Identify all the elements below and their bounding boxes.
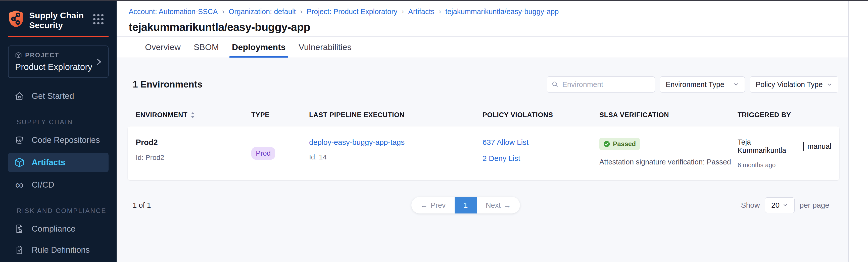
policy-violation-type-filter[interactable]: Policy Violation Type: [750, 77, 838, 92]
module-grid-icon[interactable]: [93, 14, 103, 24]
artifact-tabs: Overview SBOM Deployments Vulnerabilitie…: [117, 37, 848, 58]
environment-cell: Prod2 Id: Prod2: [136, 138, 251, 162]
sidebar-item-label: Compliance: [32, 224, 75, 234]
deployments-content: 1 Environments Environment Type: [117, 58, 848, 262]
per-page-label: per page: [800, 201, 829, 209]
artifacts-cube-icon: [14, 157, 25, 168]
sidebar-item-remediation-tracker[interactable]: Remediation Tracker: [0, 261, 117, 262]
breadcrumb-separator-icon: ›: [300, 8, 302, 16]
page-size-select[interactable]: 20: [765, 197, 795, 213]
environments-table-header: ENVIRONMENT TYPE LAST PIPELINE EXECUTION…: [128, 111, 839, 119]
environment-type-badge: Prod: [251, 147, 275, 160]
environment-type-filter[interactable]: Environment Type: [660, 77, 745, 92]
deny-list-link[interactable]: 2 Deny List: [483, 154, 520, 163]
column-header-type: TYPE: [251, 111, 309, 119]
page-size-value: 20: [771, 201, 779, 209]
type-cell: Prod: [251, 147, 309, 160]
main-panel: Account: Automation-SSCA › Organization:…: [117, 0, 849, 262]
chevron-down-icon: [733, 82, 739, 87]
trigger-time: 6 months ago: [738, 162, 831, 169]
sidebar-item-cicd[interactable]: ∞ CI/CD: [0, 174, 117, 195]
sidebar-item-compliance[interactable]: Compliance: [0, 218, 117, 239]
environment-search-input[interactable]: [562, 81, 650, 89]
breadcrumb-project[interactable]: Project: Product Exploratory: [307, 7, 397, 16]
environment-name: Prod2: [136, 138, 251, 147]
nav-section-supply-chain: SUPPLY CHAIN: [0, 118, 117, 126]
column-header-policy-violations: POLICY VIOLATIONS: [483, 111, 599, 119]
sidebar-item-artifacts[interactable]: Artifacts: [8, 153, 108, 172]
prev-page-button[interactable]: ← Prev: [411, 197, 455, 213]
environment-search[interactable]: [547, 77, 655, 92]
home-icon: [14, 91, 25, 101]
sidebar-item-label: Rule Definitions: [32, 245, 90, 255]
page-summary: 1 of 1: [133, 201, 151, 209]
environment-id: Id: Prod2: [136, 154, 251, 162]
sidebar-nav: Get Started SUPPLY CHAIN Code Repositori…: [0, 86, 117, 262]
compliance-document-icon: [14, 224, 25, 234]
sidebar-item-rule-definitions[interactable]: Rule Definitions: [0, 239, 117, 261]
window-top-strip: [0, 0, 868, 1]
current-page-button[interactable]: 1: [455, 197, 477, 213]
right-gutter: [849, 0, 868, 262]
column-header-environment[interactable]: ENVIRONMENT: [136, 111, 251, 119]
column-header-last-pipeline-execution: LAST PIPELINE EXECUTION: [309, 111, 483, 119]
pipeline-execution-id: Id: 14: [309, 153, 483, 161]
tab-deployments[interactable]: Deployments: [231, 37, 287, 58]
pipeline-cell: deploy-easy-buggy-app-tags Id: 14: [309, 138, 483, 161]
app-root: Supply Chain Security PROJECT Product Ex…: [0, 0, 868, 262]
app-title: Supply Chain Security: [29, 10, 84, 30]
policy-violation-type-filter-label: Policy Violation Type: [756, 81, 823, 89]
breadcrumb-current-artifact[interactable]: tejakummarikuntla/easy-buggy-app: [445, 7, 559, 16]
app-logo-row: Supply Chain Security: [0, 0, 117, 30]
chevron-down-icon: [782, 202, 788, 208]
sort-icon: [190, 112, 195, 119]
breadcrumb: Account: Automation-SSCA › Organization:…: [129, 7, 838, 16]
breadcrumb-account[interactable]: Account: Automation-SSCA: [129, 7, 218, 16]
environments-toolbar: 1 Environments Environment Type: [133, 77, 838, 92]
next-page-button[interactable]: Next →: [477, 197, 520, 213]
clipboard-check-icon: [14, 245, 25, 255]
cube-icon: [15, 52, 22, 59]
chevron-right-icon: [96, 58, 102, 66]
sidebar-item-get-started[interactable]: Get Started: [0, 86, 117, 107]
allow-list-link[interactable]: 637 Allow List: [483, 138, 528, 147]
pipeline-execution-link[interactable]: deploy-easy-buggy-app-tags: [309, 138, 405, 147]
sidebar: Supply Chain Security PROJECT Product Ex…: [0, 0, 117, 262]
breadcrumb-artifacts[interactable]: Artifacts: [408, 7, 434, 16]
project-label: PROJECT: [25, 52, 59, 59]
sidebar-item-label: CI/CD: [32, 180, 54, 190]
search-icon: [552, 81, 559, 88]
show-label: Show: [741, 201, 760, 209]
breadcrumb-separator-icon: ›: [222, 8, 224, 16]
sidebar-item-label: Artifacts: [32, 158, 65, 167]
tab-vulnerabilities[interactable]: Vulnerabilities: [298, 37, 352, 58]
breadcrumb-separator-icon: ›: [439, 8, 441, 16]
trigger-divider: [803, 142, 804, 151]
pager: ← Prev 1 Next →: [411, 197, 520, 213]
filters-group: Environment Type Policy Violation Type: [547, 77, 838, 92]
slsa-status-badge: Passed: [599, 138, 640, 150]
project-selector[interactable]: PROJECT Product Exploratory: [8, 46, 108, 78]
environment-table-row[interactable]: Prod2 Id: Prod2 Prod deploy-easy-buggy-a…: [128, 126, 839, 180]
page-header: Account: Automation-SSCA › Organization:…: [117, 1, 848, 37]
trigger-mode: manual: [807, 142, 831, 151]
arrow-right-icon: →: [504, 201, 511, 209]
breadcrumb-organization[interactable]: Organization: default: [229, 7, 296, 16]
triggered-by-cell: Teja Kummarikuntla manual 6 months ago: [738, 138, 831, 169]
environments-count-heading: 1 Environments: [133, 79, 203, 90]
breadcrumb-separator-icon: ›: [402, 8, 404, 16]
chevron-down-icon: [827, 82, 833, 87]
attestation-detail: Attestation signature verification: Pass…: [599, 158, 738, 166]
sidebar-item-code-repositories[interactable]: Code Repositories: [0, 129, 117, 151]
check-circle-icon: [603, 141, 610, 147]
tab-sbom[interactable]: SBOM: [193, 37, 220, 58]
column-header-slsa-verification: SLSA VERIFICATION: [599, 111, 738, 119]
arrow-left-icon: ←: [421, 201, 428, 209]
accent-divider: [8, 36, 108, 37]
shield-logo-icon: [8, 10, 24, 28]
tab-overview[interactable]: Overview: [144, 37, 182, 58]
cicd-infinity-icon: ∞: [14, 180, 25, 189]
nav-section-risk-compliance: RISK AND COMPLIANCE: [0, 207, 117, 215]
pagination-row: 1 of 1 ← Prev 1 Next → Show 20: [133, 197, 829, 213]
code-repository-icon: [14, 135, 25, 145]
